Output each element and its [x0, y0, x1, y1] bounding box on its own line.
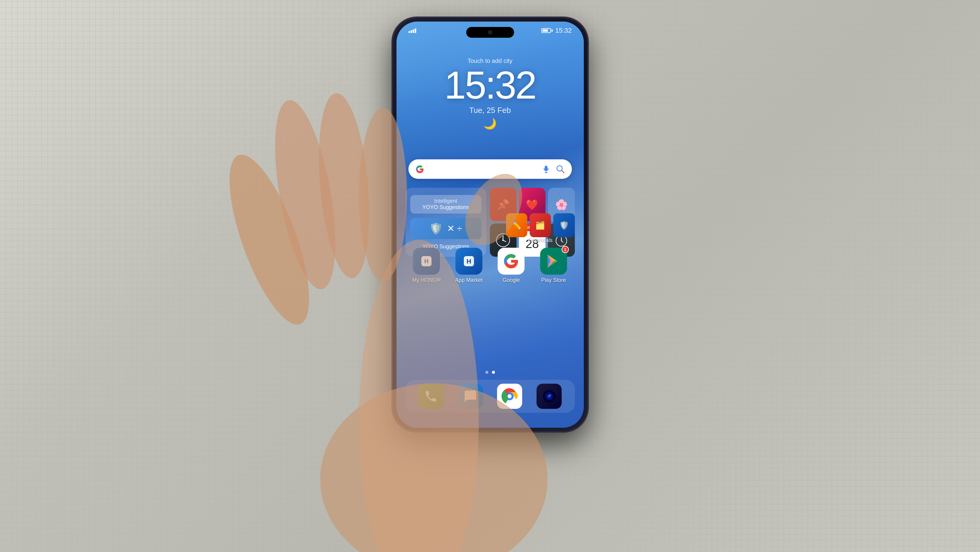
yoyo-suggestion-bottom: 🛡️ ✕ ÷	[410, 218, 482, 239]
my-honor-icon[interactable]: H	[413, 248, 440, 274]
google-search-bar[interactable]	[409, 160, 572, 179]
dot-1	[485, 371, 488, 374]
chrome-icon[interactable]	[497, 384, 522, 409]
play-store-icon[interactable]: 1	[540, 248, 567, 274]
signal-icon	[409, 29, 416, 33]
google-icon[interactable]	[498, 248, 525, 274]
app-notes-icon[interactable]: ✏️	[506, 213, 527, 237]
dock-phone[interactable]	[418, 384, 444, 409]
svg-point-21	[550, 394, 551, 396]
google-logo	[414, 164, 425, 175]
essentials-folder-bottom[interactable]: ✏️ 🗂️ 🛡️	[506, 213, 575, 237]
essentials-label: Essentials	[506, 237, 575, 244]
clock-date: Tue, 25 Feb	[396, 106, 584, 115]
play-store-label: Play Store	[541, 277, 566, 283]
voice-search-icon[interactable]	[541, 164, 552, 175]
camera-icon[interactable]	[536, 384, 562, 409]
app-market-label: App Market	[455, 277, 483, 283]
svg-text:H: H	[466, 258, 471, 265]
svg-text:H: H	[424, 258, 428, 265]
phone-screen: 15:32 Touch to add city 15:32 Tue, 25 Fe…	[396, 22, 584, 428]
page-indicator	[396, 371, 584, 374]
weather-icon: 🌙	[396, 117, 584, 130]
yoyo-widget[interactable]: Intelligent YOYO Suggestions 🛡️ ✕ ÷ YOYO…	[406, 188, 486, 257]
dot-2	[492, 371, 495, 374]
phone-shell: 15:32 Touch to add city 15:32 Tue, 25 Fe…	[393, 18, 587, 431]
clock-widget[interactable]: Touch to add city 15:32 Tue, 25 Feb 🌙	[396, 57, 584, 130]
shield-icon: 🛡️	[430, 222, 443, 235]
play-store-badge: 1	[562, 246, 569, 253]
google-label: Google	[503, 277, 520, 283]
app-app-gallery-icon[interactable]: 🗂️	[530, 213, 551, 237]
app-google[interactable]: Google	[493, 248, 529, 283]
clock-time: 15:32	[396, 65, 584, 105]
app-market[interactable]: H App Market	[451, 248, 487, 283]
calculator-icon: ✕ ÷	[447, 223, 462, 234]
app-row: H My HONOR H App Market	[406, 248, 575, 283]
dock-chrome[interactable]	[497, 384, 522, 409]
app-play-store[interactable]: 1 Play Store	[536, 248, 571, 283]
dynamic-island	[466, 27, 514, 38]
phone-icon[interactable]	[418, 384, 444, 409]
dock-camera[interactable]	[536, 384, 562, 409]
svg-point-4	[503, 239, 504, 241]
yoyo-intelligent-label: Intelligent	[416, 198, 476, 204]
yoyo-sub-label: YOYO Suggestions	[416, 204, 476, 211]
status-bar-right: 15:32	[541, 27, 571, 34]
battery-icon	[541, 28, 553, 33]
messages-icon[interactable]	[458, 384, 483, 409]
app-market-icon[interactable]: H	[455, 248, 482, 274]
app-my-honor[interactable]: H My HONOR	[409, 248, 444, 283]
dock-messages[interactable]	[458, 384, 483, 409]
clock-city: Touch to add city	[396, 57, 584, 64]
status-time: 15:32	[555, 27, 571, 34]
status-bar-left	[409, 29, 416, 33]
app-security-icon[interactable]: 🛡️	[553, 213, 574, 237]
svg-point-16	[508, 394, 511, 398]
yoyo-suggestion-top: Intelligent YOYO Suggestions	[410, 195, 482, 214]
my-honor-label: My HONOR	[412, 277, 441, 283]
scene: 15:32 Touch to add city 15:32 Tue, 25 Fe…	[0, 0, 980, 552]
lens-search-icon[interactable]	[555, 164, 566, 175]
front-camera	[488, 30, 492, 34]
dock	[406, 380, 575, 413]
